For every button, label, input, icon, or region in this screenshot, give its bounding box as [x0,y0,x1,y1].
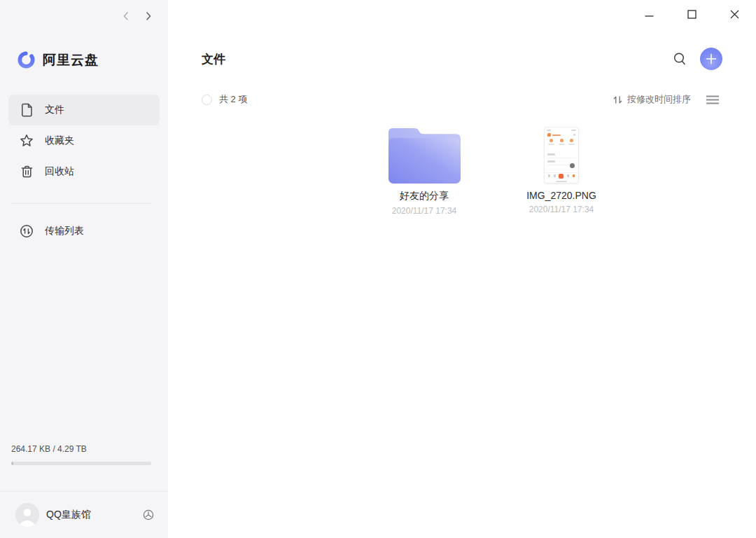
file-name: 好友的分享 [400,190,449,202]
app-brand: 阿里云盘 [17,50,99,69]
storage-quota: 264.17 KB / 4.29 TB [11,444,151,465]
sidebar-item-label: 收藏夹 [45,134,74,147]
storage-text: 264.17 KB / 4.29 TB [11,444,151,454]
sidebar: 阿里云盘 文件 收藏夹 [0,0,168,538]
back-icon[interactable] [118,8,134,25]
aliyundrive-logo-icon [17,50,36,69]
sidebar-menu: 文件 收藏夹 回收 [8,95,160,187]
settings-icon[interactable] [143,509,154,520]
trash-icon [20,165,34,179]
page-title: 文件 [202,51,225,67]
sidebar-item-label: 传输列表 [45,225,84,237]
sidebar-menu-lower: 传输列表 [8,216,160,247]
close-icon[interactable] [713,0,756,28]
maximize-icon[interactable] [671,0,713,28]
storage-progressbar [11,462,151,465]
user-account-row[interactable]: QQ皇族馆 [0,491,168,538]
file-card-folder[interactable]: 好友的分享 2020/11/17 17:34 [356,126,493,216]
item-count: 共 2 项 [219,93,247,106]
avatar [15,503,39,527]
app-title: 阿里云盘 [43,51,99,69]
minimize-icon[interactable] [628,0,671,28]
sidebar-item-recycle-bin[interactable]: 回收站 [8,156,160,187]
sidebar-item-favorites[interactable]: 收藏夹 [8,125,160,156]
sort-arrows-icon [612,95,623,105]
history-nav [118,8,157,25]
sidebar-item-transfer-list[interactable]: 传输列表 [8,216,160,247]
file-grid: 好友的分享 2020/11/17 17:34 [356,126,630,216]
user-name: QQ皇族馆 [46,509,143,521]
sort-label: 按修改时间排序 [627,93,691,106]
app-window: 阿里云盘 文件 收藏夹 [0,0,756,538]
list-view-icon[interactable] [706,95,719,104]
transfer-icon [20,224,34,238]
window-controls [628,0,756,28]
page-header: 文件 [202,43,722,74]
file-card-image[interactable]: IMG_2720.PNG 2020/11/17 17:34 [493,126,630,216]
document-icon [20,103,34,117]
list-toolbar: 共 2 项 按修改时间排序 [202,90,719,109]
folder-icon [388,126,461,184]
add-button[interactable] [700,48,722,70]
sidebar-item-label: 回收站 [45,165,74,178]
plus-icon [706,53,717,64]
forward-icon[interactable] [140,8,157,25]
file-date: 2020/11/17 17:34 [529,205,594,214]
sidebar-divider [11,203,151,204]
file-name: IMG_2720.PNG [526,190,596,201]
file-date: 2020/11/17 17:34 [392,206,457,216]
sidebar-item-label: 文件 [45,104,64,116]
sidebar-item-files[interactable]: 文件 [8,95,160,125]
search-icon[interactable] [673,52,687,67]
star-icon [20,134,34,148]
main-panel: 文件 共 2 项 [168,0,756,538]
image-thumbnail [544,127,579,184]
select-all-checkbox[interactable] [202,95,212,105]
sort-control[interactable]: 按修改时间排序 [612,93,691,106]
storage-progress-fill [11,462,13,465]
